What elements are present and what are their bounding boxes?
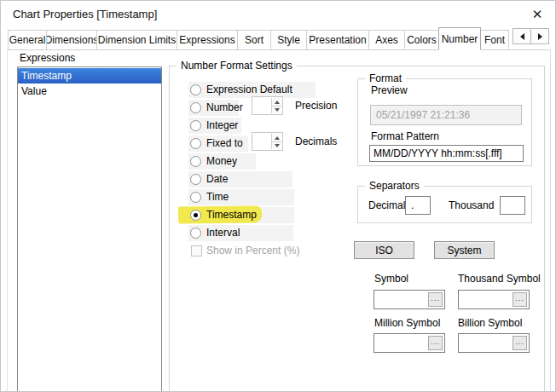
tab-presentation[interactable]: Presentation [306,30,369,49]
number-format-group: Number Format Settings Expression Defaul… [169,66,545,392]
symbol-label: Symbol [374,273,408,285]
precision-spinner[interactable] [252,96,283,115]
radio-date[interactable] [190,174,201,185]
decimals-input[interactable] [253,134,271,149]
precision-input[interactable] [253,98,271,113]
tab-dimensions[interactable]: Dimensions [46,30,97,49]
symbol-browse-button[interactable]: ... [428,292,443,307]
format-group-title: Format [365,72,406,84]
ellipsis-icon: ... [431,294,440,303]
option-label: Timestamp [206,207,257,223]
option-label: Time [206,189,229,205]
option-label: Expression Default [206,82,292,98]
chevron-down-icon [275,108,280,112]
arrow-right-icon [538,33,542,40]
tab-bar: General Dimensions Dimension Limits Expr… [8,27,551,50]
option-strip [188,171,292,187]
radio-interval[interactable] [190,228,201,239]
thousand-symbol-field: ... [458,290,530,309]
tab-dimension-limits[interactable]: Dimension Limits [96,30,177,49]
tab-axes[interactable]: Axes [368,30,405,49]
system-button[interactable]: System [434,241,495,259]
option-label: Integer [206,118,238,134]
expressions-label: Expressions [20,52,75,64]
million-symbol-label: Million Symbol [374,317,440,329]
option-strip [188,225,293,241]
option-label: Date [206,171,228,187]
tab-scroll-controls [513,28,548,44]
tab-colors[interactable]: Colors [404,30,439,49]
separators-group: Separators Decimal Thousand [357,186,532,223]
decimal-separator-label: Decimal [368,196,405,215]
chevron-up-icon [275,136,280,140]
title-bar: Chart Properties [Timestamp] ✕ [1,1,555,28]
tab-sort[interactable]: Sort [237,30,271,49]
radio-number[interactable] [190,102,201,113]
number-format-group-title: Number Format Settings [177,60,297,72]
decimals-spinner-down-button[interactable] [272,141,281,149]
tab-expressions[interactable]: Expressions [177,30,238,49]
option-label: Number [206,100,243,116]
thousand-separator-label: Thousand [449,196,494,215]
thousand-symbol-input[interactable] [460,291,511,308]
ellipsis-icon: ... [515,337,524,346]
format-pattern-label: Format Pattern [371,130,439,142]
precision-spinner-up-button[interactable] [272,98,281,106]
symbol-field: ... [374,290,445,309]
decimals-label: Decimals [295,134,337,150]
billion-symbol-label: Billion Symbol [458,317,522,329]
separators-group-title: Separators [365,180,424,192]
billion-symbol-field: ... [458,333,530,353]
radio-integer[interactable] [190,120,201,131]
precision-spinner-down-button[interactable] [272,106,281,113]
radio-money[interactable] [190,156,201,167]
spinner-arrows [271,134,281,149]
thousand-separator-input[interactable] [500,196,525,215]
preview-field: 05/21/1997 21:21:36 [370,105,522,125]
tab-general[interactable]: General [8,30,47,49]
option-label: Money [206,153,237,170]
tab-scroll-left-button[interactable] [513,28,531,44]
symbol-input[interactable] [375,291,426,308]
radio-option-interval[interactable]: Interval [170,225,544,241]
radio-timestamp[interactable] [190,210,201,221]
chevron-up-icon [275,101,280,104]
option-label: Interval [206,225,240,241]
list-item-value[interactable]: Value [18,84,161,99]
ellipsis-icon: ... [515,294,524,303]
option-label: Fixed to [206,135,243,152]
decimals-spinner-up-button[interactable] [272,134,281,141]
tab-font[interactable]: Font [480,30,509,49]
million-symbol-browse-button[interactable]: ... [428,336,443,350]
spinner-arrows [271,98,281,113]
iso-button[interactable]: ISO [354,241,414,259]
million-symbol-input[interactable] [375,335,426,351]
thousand-symbol-browse-button[interactable]: ... [513,292,527,307]
close-icon: ✕ [532,7,543,21]
million-symbol-field: ... [374,333,445,353]
show-in-percent-label: Show in Percent (%) [206,243,299,259]
billion-symbol-browse-button[interactable]: ... [513,336,527,350]
expressions-listbox: Timestamp Value [17,66,162,392]
radio-fixed-to[interactable] [190,138,201,149]
decimal-separator-input[interactable] [405,196,431,215]
arrow-left-icon [520,33,524,40]
tab-number[interactable]: Number [438,27,481,50]
billion-symbol-input[interactable] [460,335,511,351]
show-in-percent-checkbox [191,245,202,257]
window-title: Chart Properties [Timestamp] [13,8,157,20]
tab-scroll-right-button[interactable] [530,28,549,44]
format-pattern-input[interactable] [369,145,524,162]
decimals-spinner[interactable] [252,132,283,151]
precision-label: Precision [295,98,337,114]
chevron-down-icon [275,144,280,147]
close-button[interactable]: ✕ [528,5,547,24]
radio-expression-default[interactable] [190,84,201,95]
format-group: Format Preview 05/21/1997 21:21:36 Forma… [357,78,532,166]
ellipsis-icon: ... [431,337,440,346]
tab-style[interactable]: Style [270,30,307,49]
list-item-timestamp[interactable]: Timestamp [18,68,161,84]
preview-label: Preview [371,84,408,96]
chart-properties-dialog: Chart Properties [Timestamp] ✕ General D… [0,0,556,392]
radio-time[interactable] [190,192,201,203]
